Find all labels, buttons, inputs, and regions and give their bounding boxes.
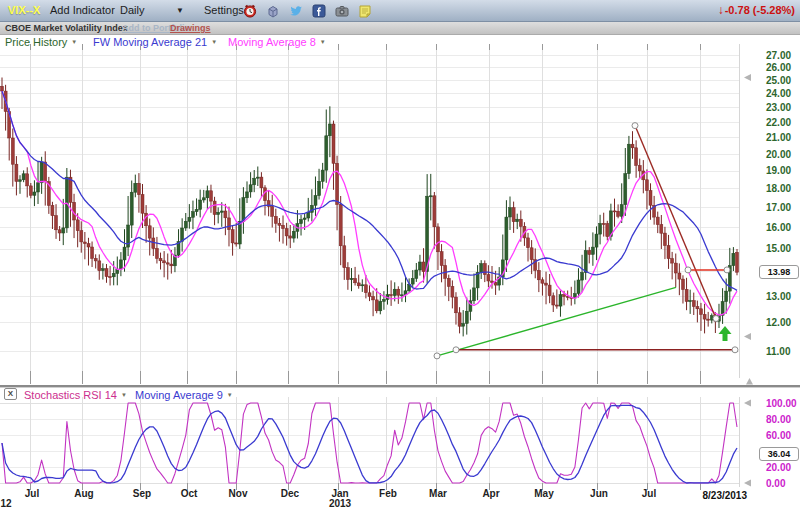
svg-text:25.00: 25.00 xyxy=(766,75,791,86)
ma21-dropdown[interactable]: FW Moving Average 21▼ xyxy=(93,35,217,49)
clock-icon[interactable] xyxy=(243,4,257,18)
svg-text:Apr: Apr xyxy=(482,488,499,499)
svg-text:22.00: 22.00 xyxy=(766,117,791,128)
cube-icon[interactable] xyxy=(266,4,280,18)
stoch-value-box: 36.04 xyxy=(759,447,799,461)
svg-text:60.00: 60.00 xyxy=(766,430,791,441)
svg-text:Sep: Sep xyxy=(133,488,151,499)
chevron-down-icon: ▼ xyxy=(71,39,77,45)
symbol-label: VIX--X xyxy=(8,0,40,21)
svg-text:12: 12 xyxy=(0,498,12,508)
last-price-box: 13.98 xyxy=(759,265,799,279)
chevron-down-icon[interactable]: ▼ xyxy=(176,0,184,21)
svg-text:20.00: 20.00 xyxy=(766,149,791,160)
svg-text:24.00: 24.00 xyxy=(766,88,791,99)
svg-text:Jul: Jul xyxy=(642,488,657,499)
symbol-description: CBOE Market Volatility Index xyxy=(5,22,128,34)
svg-text:20.00: 20.00 xyxy=(766,462,791,473)
svg-text:100.00: 100.00 xyxy=(766,398,797,409)
svg-text:17.00: 17.00 xyxy=(766,202,791,213)
ma9-dropdown[interactable]: Moving Average 9▼ xyxy=(135,388,233,402)
svg-text:19.00: 19.00 xyxy=(766,165,791,176)
svg-text:May: May xyxy=(534,488,554,499)
symbol-bar: CBOE Market Volatility Index Add to Port… xyxy=(0,22,800,35)
svg-text:18.00: 18.00 xyxy=(766,183,791,194)
svg-text:26.00: 26.00 xyxy=(766,62,791,73)
svg-text:8/23/2013: 8/23/2013 xyxy=(703,490,748,501)
toolbar: VIX--X Add Indicator Daily ▼ Settings xyxy=(0,0,800,22)
svg-text:Feb: Feb xyxy=(379,488,397,499)
svg-text:Jun: Jun xyxy=(590,488,608,499)
price-history-dropdown[interactable]: Price History▼ xyxy=(5,35,77,49)
svg-text:Oct: Oct xyxy=(181,488,198,499)
svg-text:27.00: 27.00 xyxy=(766,50,791,61)
svg-text:0.00: 0.00 xyxy=(766,478,786,489)
camera-icon[interactable] xyxy=(335,4,349,18)
drawings-link[interactable]: Drawings xyxy=(170,22,211,34)
svg-text:Jul: Jul xyxy=(25,488,40,499)
twitter-icon[interactable] xyxy=(289,4,303,18)
add-indicator-menu[interactable]: Add Indicator xyxy=(50,0,115,21)
chevron-down-icon: ▼ xyxy=(227,392,233,398)
close-panel-button[interactable]: X xyxy=(4,388,17,400)
price-change: ↓-0.78 (-5.28%) xyxy=(718,0,795,21)
notes-icon[interactable] xyxy=(358,4,372,18)
svg-text:Dec: Dec xyxy=(281,488,300,499)
svg-text:23.00: 23.00 xyxy=(766,102,791,113)
svg-text:Nov: Nov xyxy=(229,488,248,499)
period-dropdown[interactable]: Daily xyxy=(120,0,144,21)
chevron-down-icon: ▼ xyxy=(320,39,326,45)
stoch-rsi-dropdown[interactable]: Stochastics RSI 14▼ xyxy=(24,388,127,402)
settings-menu[interactable]: Settings xyxy=(204,0,244,21)
svg-text:2013: 2013 xyxy=(329,498,352,508)
facebook-icon[interactable] xyxy=(312,4,326,18)
ma8-dropdown[interactable]: Moving Average 8▼ xyxy=(228,35,326,49)
down-arrow-icon: ↓ xyxy=(718,3,724,17)
svg-text:Aug: Aug xyxy=(74,488,93,499)
svg-text:15.00: 15.00 xyxy=(766,243,791,254)
svg-text:12.00: 12.00 xyxy=(766,317,791,328)
toolbar-icons xyxy=(243,4,372,18)
svg-text:Mar: Mar xyxy=(429,488,447,499)
svg-text:80.00: 80.00 xyxy=(766,414,791,425)
charting-app: 27.0026.0025.0024.0023.0022.0021.0020.00… xyxy=(0,0,800,508)
svg-text:11.00: 11.00 xyxy=(766,346,791,357)
main-indicator-row: Price History▼ FW Moving Average 21▼ Mov… xyxy=(0,35,760,49)
stoch-panel-header: X Stochastics RSI 14▼ Moving Average 9▼ xyxy=(0,388,760,401)
svg-text:21.00: 21.00 xyxy=(766,132,791,143)
chart-canvas[interactable]: 27.0026.0025.0024.0023.0022.0021.0020.00… xyxy=(0,0,800,508)
svg-text:16.00: 16.00 xyxy=(766,222,791,233)
svg-text:13.00: 13.00 xyxy=(766,291,791,302)
chevron-down-icon: ▼ xyxy=(121,392,127,398)
chevron-down-icon: ▼ xyxy=(211,39,217,45)
